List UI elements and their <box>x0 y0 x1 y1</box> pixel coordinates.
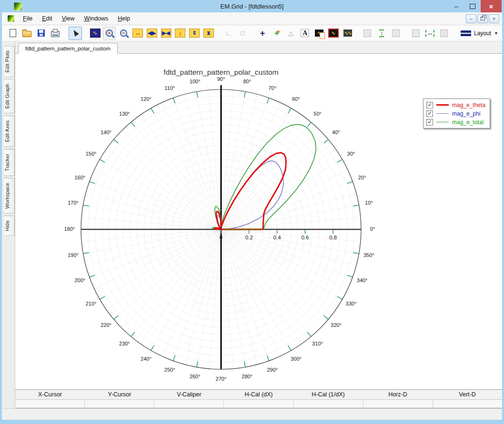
rim-tick <box>197 361 198 367</box>
grid-spoke <box>185 94 220 225</box>
grid-spoke <box>224 139 328 227</box>
menu-item-help[interactable]: Help <box>113 13 135 24</box>
readout-value-vert-d <box>433 400 502 408</box>
angle-label: 240° <box>141 356 151 362</box>
toolbar-separator <box>403 27 409 39</box>
menu-item-windows[interactable]: Windows <box>80 13 113 24</box>
menu-item-edit[interactable]: Edit <box>37 13 57 24</box>
plot-window-button[interactable]: ∿ <box>327 27 340 40</box>
grid-spoke <box>197 234 221 367</box>
zoom-out-button[interactable]: − <box>117 27 130 40</box>
rect-zoom-button: □ <box>236 27 249 40</box>
pane-bottom-button <box>437 27 451 40</box>
fit-horizontal-button[interactable]: ↔ <box>423 27 437 40</box>
pan-x-in-button[interactable]: ▶◀ <box>160 27 173 40</box>
angle-label: 60° <box>292 96 300 102</box>
angle-label: 90° <box>217 76 225 82</box>
crosshair-button[interactable]: + <box>256 27 269 40</box>
plot-report-button[interactable]: ∿ <box>312 27 326 40</box>
print-button[interactable] <box>49 27 62 40</box>
angle-label: 220° <box>101 322 111 328</box>
menu-item-file[interactable]: File <box>18 13 37 24</box>
menu-item-view[interactable]: View <box>57 13 80 24</box>
new-document-button[interactable] <box>6 27 20 40</box>
angle-label: 260° <box>190 374 201 379</box>
legend-checkbox-mag_e_phi[interactable]: ✓ <box>426 110 433 117</box>
rim-tick <box>151 345 154 351</box>
legend-row-mag_e_phi: ✓mag_e_phi <box>426 110 485 117</box>
readout-header-h-cal-1-dx-: H-Cal (1/dX) <box>293 391 363 398</box>
readout-header-horz-d: Horz-D <box>363 391 433 398</box>
toolbar-separator <box>250 27 255 39</box>
angle-label: 100° <box>190 79 201 84</box>
pan-x-out-button[interactable]: ◀▶ <box>145 27 159 40</box>
text-annotation-button[interactable]: A <box>298 27 312 40</box>
tab-fdtd-pattern-polar-custom[interactable]: fdtd_pattern_pattern_polar_custom <box>18 43 118 54</box>
grid-spoke <box>222 234 246 367</box>
sidebar-tab-tracker[interactable]: Tracker <box>4 149 15 176</box>
fit-horizontal-icon: ↔ <box>425 30 434 37</box>
mdi-close-button[interactable]: × <box>489 14 499 23</box>
zoom-out-icon: − <box>120 30 127 37</box>
zoom-in-button[interactable]: + <box>103 27 116 40</box>
sidebar-tab-edit-plots[interactable]: Edit Plots <box>4 46 15 77</box>
legend-label-mag_e_phi: mag_e_phi <box>452 110 480 117</box>
legend[interactable]: ✓mag_e_theta✓mag_e_phi✓mag_e_total <box>423 99 490 128</box>
angle-label: 120° <box>141 96 151 102</box>
grid-spoke <box>151 233 219 351</box>
plot-report-icon: ∿ <box>315 30 323 37</box>
grid-spoke <box>222 91 246 225</box>
rim-tick <box>100 296 105 299</box>
document-tab-bar: fdtd_pattern_pattern_polar_custom <box>15 41 502 54</box>
angle-label: 170° <box>68 200 79 206</box>
legend-checkbox-mag_e_theta[interactable]: ✓ <box>426 102 433 108</box>
tracker-button[interactable]: + <box>270 27 283 40</box>
mdi-minimize-button[interactable]: – <box>466 14 476 23</box>
angle-label: 310° <box>312 341 323 346</box>
overlay-plots-button[interactable]: ∿∿ <box>341 27 354 40</box>
radial-label: 0.8 <box>329 235 337 240</box>
text-annotation-icon: A <box>301 29 309 37</box>
save-button[interactable] <box>35 27 48 40</box>
pane-placeholder-icon <box>412 30 420 37</box>
angle-label: 300° <box>291 356 302 362</box>
expand-y-button[interactable]: ↕ <box>173 27 187 40</box>
document-icon <box>8 15 14 22</box>
grid-spoke <box>151 108 219 226</box>
expand-x-button[interactable]: ↔ <box>131 27 144 40</box>
grid-spoke <box>162 103 220 226</box>
legend-line-swatch <box>436 113 449 114</box>
rim-tick <box>307 122 311 127</box>
fit-vertical-button[interactable]: ↕ <box>375 27 388 40</box>
layout-button[interactable]: Layout▼ <box>457 27 502 40</box>
grid-spoke <box>131 122 218 226</box>
menu-bar: FileEditViewWindowsHelp – × <box>2 12 502 25</box>
grid-spoke <box>225 181 353 228</box>
open-button[interactable] <box>20 27 34 40</box>
pan-y-button[interactable]: ⇕ <box>188 27 201 40</box>
sidebar-tab-workspace[interactable]: Workspace <box>4 178 15 214</box>
legend-label-mag_e_total: mag_e_total <box>452 119 484 126</box>
pane-right-button <box>389 27 403 40</box>
sidebar-tab-hide[interactable]: Hide <box>4 216 15 236</box>
autoscale-y-icon: ⧗ <box>203 29 214 38</box>
rim-tick <box>347 181 353 183</box>
rim-tick <box>324 139 328 143</box>
angle-label: 110° <box>164 85 175 91</box>
angle-label: 40° <box>332 129 340 135</box>
sidebar-tab-edit-graph[interactable]: Edit Graph <box>4 79 15 114</box>
legend-line-swatch <box>436 122 449 122</box>
mdi-restore-button[interactable] <box>477 14 488 23</box>
rim-tick <box>267 98 269 104</box>
pane-left-button <box>361 27 374 40</box>
grid-spoke <box>83 205 217 229</box>
sidebar-tab-edit-axes[interactable]: Edit Axes <box>4 116 15 147</box>
grid-spoke <box>106 149 218 227</box>
autoscale-y-button[interactable]: ⧗ <box>202 27 215 40</box>
pointer-tool-button[interactable] <box>69 27 82 40</box>
readout-header-x-cursor: X-Cursor <box>15 391 85 398</box>
fit-plot-button[interactable]: ∿ <box>89 27 102 40</box>
legend-checkbox-mag_e_total[interactable]: ✓ <box>426 119 433 126</box>
grid-spoke <box>173 98 220 226</box>
grid-spoke <box>185 234 220 365</box>
